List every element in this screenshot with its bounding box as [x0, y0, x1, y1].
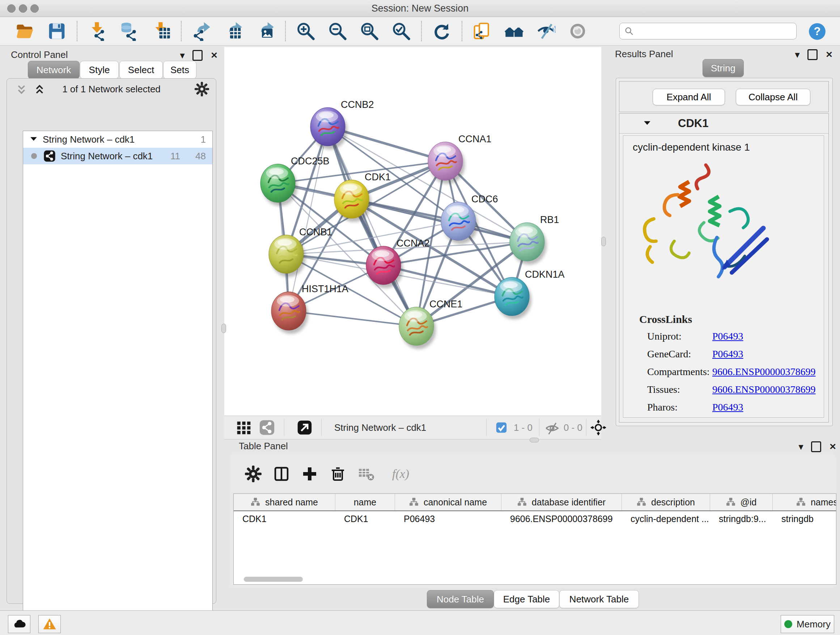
tab-string[interactable]: String — [703, 59, 744, 77]
import-network-file-icon[interactable] — [88, 21, 107, 41]
table-function-icon[interactable]: f(x) — [386, 465, 413, 483]
table-panel-float-icon[interactable] — [811, 441, 821, 452]
zoom-selected-icon[interactable] — [392, 21, 411, 41]
column-header-shared-name[interactable]: shared name — [234, 494, 335, 510]
tab-edge-table[interactable]: Edge Table — [494, 590, 559, 608]
minimize-window-icon[interactable] — [19, 4, 27, 13]
cell-canonical-name[interactable]: P06493 — [395, 514, 501, 524]
save-session-icon[interactable] — [47, 21, 66, 41]
crosslink-link[interactable]: P06493 — [712, 348, 744, 360]
hide-selected-icon[interactable] — [536, 21, 556, 41]
edge-CCNB2-CCNE1[interactable] — [328, 127, 416, 326]
control-panel-close-icon[interactable]: ✕ — [210, 50, 218, 60]
close-window-icon[interactable] — [7, 4, 16, 13]
export-image-icon[interactable] — [256, 21, 275, 41]
results-panel-float-icon[interactable] — [807, 49, 818, 60]
cell-database-identifier[interactable]: 9606.ENSP00000378699 — [501, 514, 622, 524]
node-RB1[interactable]: RB1 — [510, 214, 559, 264]
export-network-icon[interactable] — [192, 21, 211, 41]
right-splitter-handle[interactable] — [601, 237, 606, 246]
tab-node-table[interactable]: Node Table — [427, 590, 494, 608]
column-header-canonical-name[interactable]: canonical name — [395, 494, 501, 510]
search-box[interactable] — [619, 23, 797, 40]
column-header-namespace[interactable]: namespace — [773, 494, 836, 510]
results-panel-close-icon[interactable]: ✕ — [826, 50, 833, 60]
import-network-database-icon[interactable] — [119, 21, 139, 41]
warning-button[interactable] — [38, 615, 61, 633]
grid-view-icon[interactable] — [236, 420, 252, 435]
network-canvas[interactable]: CCNB2CCNA1CDC25BCDK1CDC6RB1CCNB1CCNA2CDK… — [224, 47, 601, 416]
show-lens-icon[interactable] — [568, 21, 587, 41]
node-CDC6[interactable]: CDC6 — [441, 194, 498, 244]
crosslink-row: Compartments:9606.ENSP00000378699 — [647, 366, 817, 378]
cell--id[interactable]: stringdb:9... — [710, 514, 773, 524]
cell-description[interactable]: cyclin-dependent ... — [622, 514, 710, 524]
table-gear-icon[interactable] — [245, 465, 262, 483]
node-HIST1H1A[interactable]: HIST1H1A — [271, 283, 348, 334]
hidden-eye-slash-icon[interactable] — [544, 420, 560, 435]
crosslink-link[interactable]: 9606.ENSP00000378699 — [712, 384, 815, 395]
column-header-description[interactable]: description — [622, 494, 710, 510]
node-CCNA1[interactable]: CCNA1 — [428, 134, 492, 184]
zoom-out-icon[interactable] — [328, 21, 347, 41]
zoom-in-icon[interactable] — [296, 21, 316, 41]
left-splitter-handle[interactable] — [221, 324, 226, 333]
tab-style[interactable]: Style — [80, 61, 118, 79]
selected-checkbox-icon[interactable] — [495, 421, 508, 434]
table-delete-column-icon[interactable] — [357, 465, 375, 483]
results-panel-menu-icon[interactable]: ▾ — [795, 50, 799, 60]
node-CDK1[interactable]: CDK1 — [334, 172, 391, 222]
import-table-icon[interactable] — [151, 21, 171, 41]
expand-all-button[interactable]: Expand All — [653, 89, 725, 105]
crosslink-link[interactable]: 9606.ENSP00000378699 — [712, 366, 815, 378]
search-input[interactable] — [634, 26, 788, 36]
column-header-name[interactable]: name — [335, 494, 395, 510]
network-row-selected[interactable]: String Network – cdk1 11 48 — [23, 148, 212, 165]
table-panel-close-icon[interactable]: ✕ — [829, 442, 836, 452]
tab-network[interactable]: Network — [28, 61, 80, 79]
refresh-icon[interactable] — [432, 21, 452, 41]
tab-select[interactable]: Select — [119, 61, 163, 79]
collapse-all-button[interactable]: Collapse All — [736, 89, 810, 105]
crosslink-link[interactable]: P06493 — [712, 402, 744, 413]
birdseye-crosshair-icon[interactable] — [591, 420, 606, 435]
network-options-gear-icon[interactable] — [194, 81, 210, 98]
first-neighbors-icon[interactable] — [504, 21, 524, 41]
tab-network-table[interactable]: Network Table — [559, 590, 639, 608]
bottom-splitter-handle[interactable] — [530, 438, 539, 442]
table-row[interactable]: CDK1CDK1P064939606.ENSP00000378699cyclin… — [234, 511, 836, 526]
cloud-button[interactable] — [8, 615, 30, 633]
node-CDKN1A[interactable]: CDKN1A — [494, 269, 565, 319]
node-CDC25B[interactable]: CDC25B — [261, 156, 330, 206]
crosslink-link[interactable]: P06493 — [712, 331, 744, 342]
column-header--id[interactable]: @id — [710, 494, 773, 510]
control-panel-menu-icon[interactable]: ▾ — [180, 50, 185, 60]
control-panel-float-icon[interactable] — [193, 50, 202, 61]
cell-shared-name[interactable]: CDK1 — [234, 514, 335, 524]
cell-namespace[interactable]: stringdb — [773, 514, 836, 524]
tab-sets[interactable]: Sets — [163, 61, 196, 79]
export-table-icon[interactable] — [224, 21, 243, 41]
column-header-database-identifier[interactable]: database identifier — [501, 494, 622, 510]
memory-button[interactable]: Memory — [781, 615, 834, 633]
section-collapse-icon[interactable] — [642, 118, 653, 129]
new-network-from-selection-icon[interactable] — [472, 21, 492, 41]
table-add-icon[interactable] — [301, 465, 318, 483]
node-CCNE1[interactable]: CCNE1 — [399, 299, 463, 349]
table-delete-row-icon[interactable] — [329, 465, 347, 483]
network-collection-row[interactable]: String Network – cdk1 1 — [23, 131, 212, 148]
open-in-new-window-icon[interactable] — [297, 420, 313, 435]
collapse-triangle-icon[interactable] — [28, 134, 39, 145]
table-columns-icon[interactable] — [273, 465, 290, 483]
node-CCNB2[interactable]: CCNB2 — [310, 99, 374, 149]
svg-text:?: ? — [813, 25, 821, 38]
maximize-window-icon[interactable] — [30, 4, 39, 13]
zoom-fit-icon[interactable] — [360, 21, 379, 41]
string-view-icon[interactable] — [259, 420, 275, 435]
edge-CDK1-RB1[interactable] — [352, 199, 527, 242]
open-session-icon[interactable] — [15, 21, 35, 41]
table-panel-menu-icon[interactable]: ▾ — [799, 442, 803, 452]
cell-name[interactable]: CDK1 — [335, 514, 395, 524]
help-button[interactable]: ? — [808, 22, 826, 41]
horizontal-scrollbar[interactable] — [244, 577, 303, 582]
